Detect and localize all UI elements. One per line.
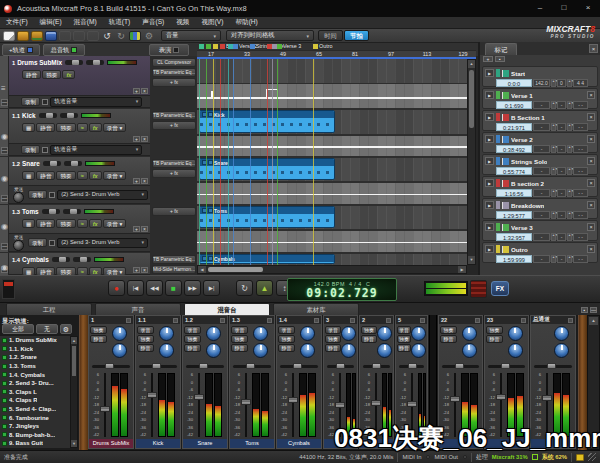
arm-record-button[interactable]: 录音 ▾ (103, 171, 127, 180)
spinner[interactable]: ▲▼ (551, 233, 556, 241)
channel-menu-icon[interactable] (267, 318, 272, 323)
checkbox-icon[interactable] (2, 432, 7, 437)
marker-timesig-field[interactable]: - - (573, 123, 588, 131)
eq-knob[interactable] (411, 326, 426, 341)
channel-record-button[interactable]: 录音 (325, 326, 341, 334)
channel-mute-button[interactable]: 静音 (361, 335, 377, 343)
fx-plugin-button[interactable]: + fx (152, 207, 196, 216)
marker-key-field[interactable]: - (557, 123, 566, 131)
lock-icon[interactable] (49, 240, 55, 246)
marker-timesig-field[interactable]: - - (573, 167, 588, 175)
timeline-marker-flag[interactable]: Outro (313, 42, 332, 50)
volume-slider[interactable] (43, 161, 61, 166)
fader-handle[interactable] (450, 396, 460, 402)
lock-icon[interactable] (42, 147, 48, 153)
eq-knob[interactable] (341, 326, 356, 341)
pan-knob[interactable] (341, 343, 356, 358)
marker-color[interactable] (496, 91, 500, 99)
channel-mute-button[interactable]: 静音 (325, 344, 341, 352)
menu-item[interactable]: 帮助(H) (229, 18, 263, 27)
automation-line[interactable] (197, 242, 467, 244)
send-knob[interactable] (13, 240, 24, 251)
go-to-end-button[interactable]: ▶| (203, 280, 220, 296)
marker-tempo-field[interactable]: - (533, 167, 550, 175)
play-from-marker-button[interactable]: ▶ (485, 157, 494, 165)
timeline-marker-flag[interactable] (206, 42, 212, 50)
track-name[interactable]: Snare (22, 160, 40, 167)
clip-menu-icon[interactable] (202, 112, 207, 117)
volume-fader[interactable] (496, 373, 506, 437)
save-icon[interactable] (45, 31, 57, 41)
play-from-marker-button[interactable]: ▶ (485, 179, 494, 187)
loop-button[interactable]: ↻ (236, 280, 253, 296)
eq-knob[interactable] (300, 326, 315, 341)
channel-mute-button[interactable]: 静音 (184, 344, 201, 352)
copy-icon[interactable] (73, 31, 85, 41)
marker-color[interactable] (496, 135, 500, 143)
channel-menu-icon[interactable] (350, 318, 355, 323)
solo-button[interactable]: 独奏 (56, 219, 75, 228)
rewind-button[interactable]: ◀◀ (146, 280, 163, 296)
marker-time-field[interactable]: 0:1:690 (496, 101, 532, 109)
marker-color[interactable] (496, 113, 500, 121)
minimize-button[interactable]: – (528, 0, 552, 17)
lock-icon[interactable] (42, 99, 48, 105)
track-name[interactable]: Toms (22, 208, 39, 215)
show-none-button[interactable]: 无 (36, 324, 58, 334)
channel-mute-button[interactable]: 静音 (397, 344, 411, 352)
checkbox-icon[interactable] (2, 364, 7, 369)
channel-record-button[interactable]: 录音 (278, 326, 295, 334)
eq-knob[interactable] (508, 326, 523, 341)
checkbox-icon[interactable] (2, 372, 7, 377)
arm-record-button[interactable]: 录音 ▾ (103, 123, 127, 132)
marker-key-field[interactable]: - (557, 233, 566, 241)
master-fx-button[interactable]: FX (491, 281, 509, 296)
maximize-button[interactable]: □ (552, 0, 576, 17)
pan-knob[interactable] (462, 343, 477, 358)
fader-handle[interactable] (335, 402, 345, 408)
channel-menu-icon[interactable] (220, 318, 225, 323)
checkbox-icon[interactable] (2, 441, 7, 446)
channel-mute-button[interactable]: 静音 (278, 344, 295, 352)
pan-slider[interactable] (63, 209, 81, 214)
automation-icon[interactable]: ≈ (77, 123, 88, 132)
bottom-tab[interactable]: 混音台 (184, 303, 270, 315)
marker-timesig-field[interactable]: - - (573, 145, 588, 153)
fader-handle[interactable] (407, 401, 417, 407)
track-lane[interactable]: Toms (197, 206, 467, 229)
markers-tab[interactable]: 标记 (485, 43, 517, 55)
spinner[interactable]: ▲▼ (551, 145, 556, 153)
marker-name[interactable]: Start (511, 70, 525, 77)
scrollbar-handle[interactable] (208, 267, 263, 272)
volume-slider[interactable] (52, 257, 70, 262)
channel-menu-icon[interactable] (173, 318, 178, 323)
marker-tempo-field[interactable]: - (533, 123, 550, 131)
add-lane-button[interactable]: + (133, 88, 140, 94)
width-slider[interactable] (327, 362, 354, 371)
marker-tempo-field[interactable]: - (533, 255, 550, 263)
solo-button[interactable]: 独奏 (42, 70, 61, 79)
scroll-up-icon[interactable]: ▲ (468, 60, 475, 68)
instrument-button[interactable]: ▦ (22, 219, 35, 228)
delete-marker-button[interactable]: × (587, 91, 595, 99)
width-slider[interactable] (92, 362, 130, 371)
volume-fader[interactable] (147, 373, 157, 437)
channel-solo-button[interactable]: 独奏 (184, 335, 201, 343)
marker-timesig-field[interactable]: - - (573, 233, 588, 241)
checkbox-icon[interactable] (2, 389, 7, 394)
mute-button[interactable]: 静音 (36, 219, 55, 228)
menu-item[interactable]: 视图(V) (195, 18, 229, 27)
play-from-marker-button[interactable]: ▶ (485, 201, 494, 209)
add-lane-button[interactable]: + (133, 136, 140, 142)
marker-name[interactable]: B section 2 (511, 180, 544, 187)
redo-icon[interactable]: ↻ (115, 31, 127, 41)
new-file-icon[interactable] (3, 31, 15, 41)
clip-loop-icon[interactable] (208, 112, 213, 117)
volume-slider[interactable] (65, 60, 83, 65)
clip-loop-icon[interactable] (208, 160, 213, 165)
fx-plugin-button[interactable]: TB Parametric Eq... (152, 255, 196, 264)
checkbox-icon[interactable] (2, 415, 7, 420)
menu-item[interactable]: 文件(F) (0, 18, 34, 27)
spinner[interactable]: ▲▼ (567, 167, 572, 175)
time-mode-button[interactable]: 时间 (318, 30, 343, 41)
